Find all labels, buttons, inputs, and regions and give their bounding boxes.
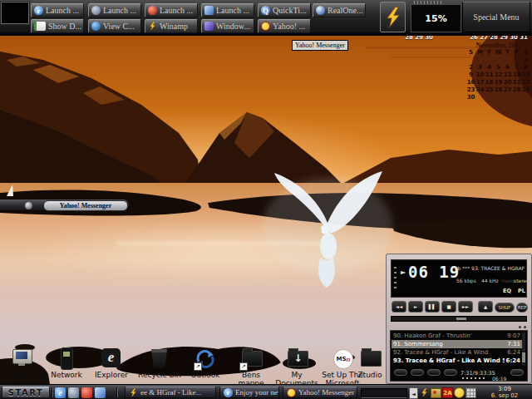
- playlist-row-current[interactable]: 93. Tracee & HGraf - Like A Wind 56kb 6:…: [392, 357, 522, 365]
- battery-percent: 15%: [425, 13, 446, 24]
- desktop-icon-ztudio[interactable]: Ztudio: [350, 347, 390, 379]
- scrollbar-thumb[interactable]: [522, 352, 525, 362]
- ie-icon: e: [224, 388, 233, 397]
- playlist-row[interactable]: 90. Haakon Graf - Thrustin' 9:07: [392, 332, 522, 340]
- realplayer-icon: [148, 6, 157, 15]
- desktop-icon-bens-mappe[interactable]: ↗ Bens mappe: [229, 347, 273, 387]
- desktop-icon-my-documents[interactable]: ↓ My Documents: [275, 347, 318, 387]
- desktop-icon-recycle-bin[interactable]: Recycle Bin: [138, 347, 181, 379]
- quicklaunch-media-icon[interactable]: [95, 387, 106, 398]
- desktop-icon-network[interactable]: Network: [45, 347, 88, 379]
- window-button-label: Enjoy your new p...: [235, 388, 279, 397]
- prev-button[interactable]: ◄◄: [392, 301, 406, 313]
- calendar-day: 29: [521, 86, 530, 94]
- launch-button-1-label: Launch ...: [46, 6, 79, 15]
- winamp-main-display: ► 06 19 kb *** 93. TRACEE & HGRAF - L 56…: [391, 259, 527, 298]
- playlist-row-selected[interactable]: 91. Sommersang 7:31: [392, 340, 522, 348]
- calendar-day: 13: [503, 71, 512, 79]
- shuffle-button[interactable]: SHUF: [495, 303, 515, 313]
- taskbar-window-browser[interactable]: e Enjoy your new p...: [219, 387, 279, 398]
- samplerate-label: 44 kHz: [481, 278, 499, 283]
- calendar-day: 14: [512, 71, 521, 79]
- repeat-button[interactable]: REP: [516, 303, 528, 313]
- playlist-shade-button[interactable]: [519, 326, 521, 328]
- stop-button[interactable]: ■: [441, 301, 456, 313]
- titlebar-ball-button[interactable]: [25, 202, 32, 209]
- playlist-misc-button[interactable]: [444, 369, 457, 376]
- tray-image-icon[interactable]: [431, 387, 441, 398]
- calendar-day-header: T: [503, 49, 512, 57]
- eject-button[interactable]: ▲: [478, 301, 493, 313]
- playlist-sel-button[interactable]: [427, 369, 441, 376]
- winamp-launcher-panel[interactable]: [380, 2, 406, 32]
- playlist-list-button[interactable]: [510, 369, 524, 376]
- time-display: 06 19: [408, 263, 460, 281]
- playlist-add-button[interactable]: [394, 369, 407, 376]
- tray-yahoo-smiley-icon[interactable]: [454, 387, 465, 398]
- seek-thumb[interactable]: [456, 318, 466, 320]
- calendar-day: [503, 94, 512, 101]
- tray-calendar-icon[interactable]: [466, 387, 476, 398]
- playlist-row[interactable]: 92. Tracee & HGraf - Like A Wind 6:24: [392, 348, 522, 357]
- eq-button[interactable]: EQ: [503, 288, 511, 294]
- phone-icon: [61, 347, 73, 370]
- desktop-icon-outlook[interactable]: ↗ Outlook: [184, 347, 227, 379]
- track-title: 90. Haakon Graf - Thrustin': [393, 332, 505, 339]
- calendar-day: [503, 57, 512, 64]
- play-button[interactable]: ►: [408, 301, 423, 313]
- realone-button[interactable]: RealOne...: [313, 3, 366, 17]
- pause-button[interactable]: ▌▌: [425, 301, 440, 313]
- battery-meter: 15%: [411, 4, 461, 32]
- launch-button-1[interactable]: e Launch ...: [31, 3, 84, 17]
- tray-winamp-icon[interactable]: [419, 387, 430, 398]
- windows-media-button[interactable]: Window...: [201, 19, 254, 33]
- calendar-day-header: F: [512, 49, 521, 57]
- desktop-icon-my-computer[interactable]: My Computer: [0, 347, 43, 387]
- launch-button-3[interactable]: Launch ...: [145, 3, 198, 17]
- playlist-mini-time: 06:19: [492, 376, 506, 382]
- rolled-window-title[interactable]: Yahoo! Messenger: [43, 200, 128, 211]
- realone-icon: [316, 6, 325, 15]
- tray-2a-icon[interactable]: 2A: [442, 387, 453, 398]
- start-button[interactable]: START: [2, 387, 50, 398]
- msn-ms-text: MS: [336, 356, 346, 362]
- winamp-lightning-icon: [148, 22, 157, 31]
- quicklaunch-messenger-icon[interactable]: [68, 387, 79, 398]
- quicklaunch-realplayer-icon[interactable]: [81, 387, 92, 398]
- winamp-lightning-icon: [129, 388, 138, 397]
- tray-clock: 3:09 6. sep 02: [479, 386, 530, 399]
- winamp-button[interactable]: Winamp: [145, 19, 198, 33]
- calendar-day: 27: [503, 86, 512, 94]
- quicktime-button[interactable]: Q QuickTi...: [258, 3, 311, 17]
- taskbar-window-winamp[interactable]: ee & HGraf - Like...: [125, 387, 216, 398]
- launch-button-4[interactable]: Launch ...: [201, 3, 254, 17]
- quicklaunch-ie-icon[interactable]: e: [55, 387, 66, 398]
- special-menu-button[interactable]: Special Menu: [462, 2, 530, 32]
- tray-collapse-button[interactable]: ◄: [409, 387, 418, 399]
- clock-time: 3:09: [479, 386, 530, 392]
- view-channels-button[interactable]: View C...: [88, 19, 141, 33]
- launch-button-2-label: Launch ...: [103, 6, 136, 15]
- calendar-day: [466, 57, 475, 64]
- next-button[interactable]: ►►: [458, 301, 473, 313]
- rolled-window-titlebar[interactable]: Yahoo! Messenger: [0, 199, 130, 211]
- calendar-day: 11: [485, 71, 494, 79]
- launch-button-2[interactable]: Launch ...: [88, 3, 141, 17]
- playlist-toggle-button[interactable]: PL: [518, 288, 525, 294]
- track-ticker[interactable]: kb *** 93. TRACEE & HGRAF - L: [455, 265, 526, 271]
- playlist-rem-button[interactable]: [411, 369, 424, 376]
- clock-date: 6. sep 02: [479, 392, 530, 399]
- show-desktop-button[interactable]: Show D...: [31, 19, 84, 33]
- taskbar: START e ee & HGraf - Like... e Enjoy you…: [0, 384, 532, 399]
- start-label: START: [8, 388, 44, 397]
- seek-bar[interactable]: [391, 316, 527, 322]
- calendar-november: November, 2003 SMTWTFS 12345678910111213…: [466, 42, 531, 101]
- playlist-titlebar[interactable]: [387, 324, 531, 330]
- desktop-icon-iexplorer[interactable]: e IExplorer: [90, 347, 133, 379]
- yahoo-button[interactable]: Yahoo! ...: [258, 19, 311, 33]
- playlist-scrollbar[interactable]: [522, 332, 525, 366]
- track-time: 6:24: [507, 349, 520, 356]
- track-time: 7:31: [507, 341, 520, 347]
- playlist-close-button[interactable]: [524, 326, 526, 328]
- taskbar-window-yahoo[interactable]: Yahoo! Messenger: [283, 387, 357, 398]
